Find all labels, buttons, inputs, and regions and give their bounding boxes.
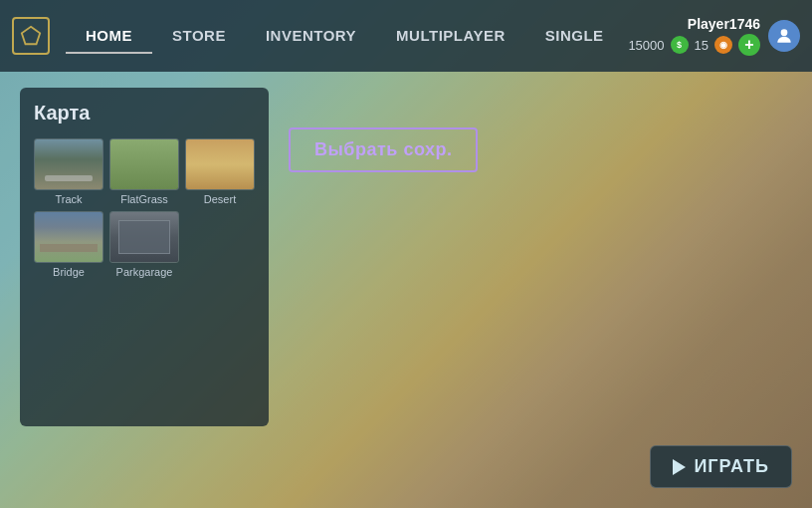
- player-avatar[interactable]: [768, 20, 800, 52]
- currency2-icon: ◉: [714, 36, 732, 54]
- nav-home[interactable]: HOME: [66, 19, 152, 54]
- map-grid: Track FlatGrass Desert Bridge: [34, 138, 255, 278]
- add-currency-button[interactable]: +: [738, 34, 760, 56]
- player-section: Player1746 15000 $ 15 ◉ +: [628, 16, 800, 56]
- player-info: Player1746 15000 $ 15 ◉ +: [628, 16, 760, 56]
- currency1-icon: $: [671, 36, 689, 54]
- map-panel: Карта Track FlatGrass Desert: [20, 88, 269, 426]
- flatgrass-thumbnail: [110, 139, 178, 189]
- select-save-button[interactable]: Выбрать сохр.: [289, 127, 478, 172]
- bridge-thumbnail: [35, 212, 102, 262]
- map-thumb-desert: [185, 138, 255, 190]
- currency1-amount: 15000: [628, 38, 664, 53]
- navbar: HOME STORE INVENTORY MULTIPLAYER SINGLE …: [0, 0, 812, 72]
- map-thumb-parkgarage: [109, 211, 179, 263]
- map-item-track[interactable]: Track: [34, 138, 103, 205]
- desert-thumbnail: [186, 139, 254, 189]
- play-button-container: ИГРАТЬ: [650, 445, 792, 488]
- nav-single[interactable]: SINGLE: [525, 19, 624, 54]
- logo-icon[interactable]: [12, 17, 50, 55]
- svg-point-1: [781, 29, 788, 36]
- currency-row: 15000 $ 15 ◉ +: [628, 34, 760, 56]
- nav-links: HOME STORE INVENTORY MULTIPLAYER SINGLE: [66, 19, 628, 54]
- map-label-parkgarage: Parkgarage: [116, 266, 173, 278]
- map-item-bridge[interactable]: Bridge: [34, 211, 103, 278]
- main-content: Карта Track FlatGrass Desert: [0, 72, 812, 508]
- right-panel: Выбрать сохр.: [289, 88, 478, 172]
- nav-inventory[interactable]: INVENTORY: [246, 19, 376, 54]
- map-item-desert[interactable]: Desert: [185, 138, 255, 205]
- map-thumb-bridge: [34, 211, 103, 263]
- play-button[interactable]: ИГРАТЬ: [650, 445, 792, 488]
- track-thumbnail: [35, 139, 102, 189]
- svg-marker-0: [22, 27, 40, 44]
- parkgarage-thumbnail: [110, 212, 178, 262]
- map-thumb-track: [34, 138, 103, 190]
- map-label-desert: Desert: [204, 193, 236, 205]
- map-label-bridge: Bridge: [53, 266, 85, 278]
- player-name: Player1746: [688, 16, 760, 32]
- map-label-track: Track: [55, 193, 82, 205]
- nav-multiplayer[interactable]: MULTIPLAYER: [376, 19, 525, 54]
- map-item-flatgrass[interactable]: FlatGrass: [109, 138, 179, 205]
- currency2-amount: 15: [695, 38, 709, 53]
- map-thumb-flatgrass: [109, 138, 179, 190]
- map-label-flatgrass: FlatGrass: [120, 193, 168, 205]
- nav-store[interactable]: STORE: [152, 19, 246, 54]
- play-button-label: ИГРАТЬ: [694, 456, 769, 477]
- map-panel-title: Карта: [34, 102, 255, 125]
- map-item-parkgarage[interactable]: Parkgarage: [109, 211, 179, 278]
- play-triangle-icon: [673, 459, 686, 475]
